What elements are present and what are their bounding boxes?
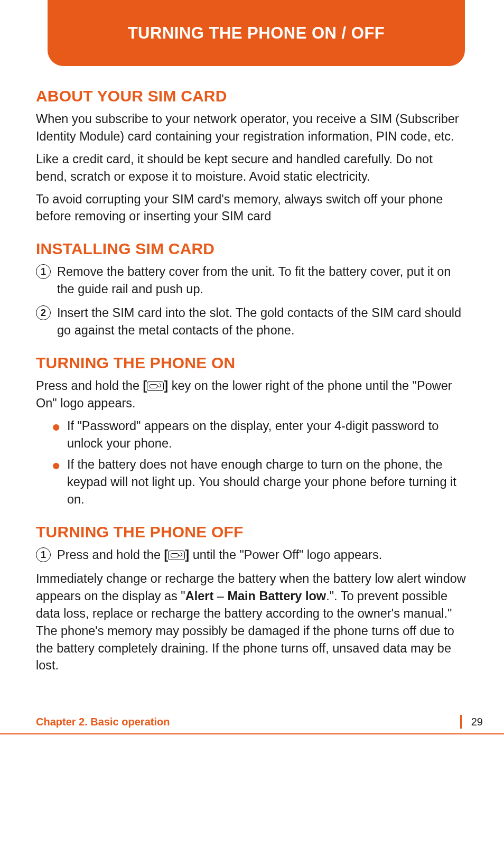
section-heading-off: TURNING THE PHONE OFF — [36, 523, 466, 541]
about-paragraph-2: Like a credit card, it should be kept se… — [36, 151, 466, 185]
about-paragraph-1: When you subscribe to your network opera… — [36, 110, 466, 145]
turn-off-step-text: Press and hold the [] until the "Power O… — [57, 546, 466, 564]
install-step-text: Remove the battery cover from the unit. … — [57, 263, 466, 298]
turn-off-step-pre: Press and hold the — [57, 548, 164, 562]
step-number-icon: 1 — [36, 264, 51, 279]
key-bracket-close: ] — [164, 379, 171, 393]
footer-rule — [0, 733, 504, 734]
key-bracket-open: [ — [164, 548, 169, 562]
footer-separator — [460, 715, 462, 729]
turn-on-bullet: ● If "Password" appears on the display, … — [52, 417, 466, 452]
footer-page-number: 29 — [471, 716, 483, 728]
closing-bold-alert: Alert — [185, 589, 214, 603]
turn-on-bullet-text: If "Password" appears on the display, en… — [67, 417, 466, 452]
closing-dash: – — [213, 589, 227, 603]
power-key-icon — [147, 381, 164, 391]
bullet-icon: ● — [52, 458, 61, 473]
page-header-tab: TURNING THE PHONE ON / OFF — [48, 0, 465, 66]
power-key-icon — [168, 551, 185, 560]
turn-on-intro: Press and hold the [] key on the lower r… — [36, 377, 466, 412]
section-heading-about: ABOUT YOUR SIM CARD — [36, 87, 466, 105]
turn-on-bullet: ● If the battery does not have enough ch… — [52, 456, 466, 508]
install-step: 1 Remove the battery cover from the unit… — [36, 263, 466, 298]
page-content: ABOUT YOUR SIM CARD When you subscribe t… — [36, 87, 466, 679]
install-step: 2 Insert the SIM card into the slot. The… — [36, 304, 466, 339]
section-heading-on: TURNING THE PHONE ON — [36, 354, 466, 372]
section-heading-install: INSTALLING SIM CARD — [36, 240, 466, 258]
turn-off-step-post: until the "Power Off" logo appears. — [193, 548, 382, 562]
key-bracket-close: ] — [185, 548, 192, 562]
footer-chapter: Chapter 2. Basic operation — [36, 716, 170, 728]
closing-bold-main: Main Battery low — [227, 589, 326, 603]
turn-off-step: 1 Press and hold the [] until the "Power… — [36, 546, 466, 564]
step-number-icon: 2 — [36, 305, 51, 320]
turn-on-intro-pre: Press and hold the — [36, 379, 143, 393]
page-title: TURNING THE PHONE ON / OFF — [128, 24, 385, 43]
turn-on-bullet-text: If the battery does not have enough char… — [67, 456, 466, 508]
turn-off-closing: Immediately change or recharge the batte… — [36, 570, 466, 674]
bullet-icon: ● — [52, 420, 61, 434]
about-paragraph-3: To avoid corrupting your SIM card's memo… — [36, 191, 466, 226]
step-number-icon: 1 — [36, 547, 51, 562]
install-step-text: Insert the SIM card into the slot. The g… — [57, 304, 466, 339]
key-bracket-open: [ — [143, 379, 147, 393]
